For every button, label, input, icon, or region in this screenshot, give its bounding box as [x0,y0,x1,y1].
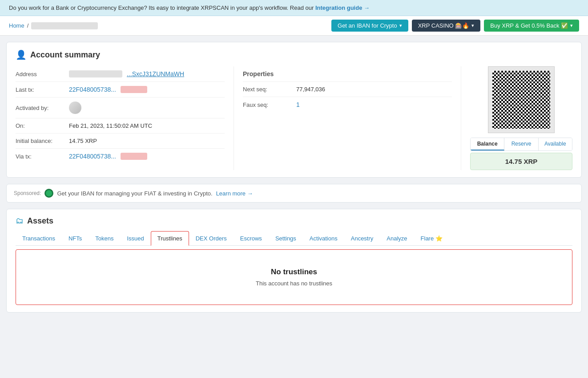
no-trustlines-title: No trustlines [25,268,563,276]
via-tx-redacted [121,153,147,160]
sponsor-bar: Sponsored: Get your IBAN for managing yo… [6,184,582,203]
last-tx-label: Last tx: [16,86,64,93]
account-summary-heading: Account summary [30,50,100,60]
account-summary-grid: Address ...SxcJ31ZUNMaWH Last tx: 22F048… [16,66,572,170]
on-row: On: Feb 21, 2023, 11:50:02 AM UTC [16,118,225,134]
assets-title: 🗂 Assets [16,216,572,226]
tab-nfts[interactable]: NFTs [62,231,89,245]
mid-col: Properties Next seq: 77,947,036 Faux seq… [243,66,461,170]
balance-tabs: Balance Reserve Available [470,138,572,151]
tab-reserve[interactable]: Reserve [504,138,538,150]
via-tx-value[interactable]: 22F048005738... [69,153,116,160]
address-label: Address [16,71,64,77]
left-col: Address ...SxcJ31ZUNMaWH Last tx: 22F048… [16,66,234,170]
right-col: Balance Reserve Available 14.75 XRP [470,66,572,170]
tab-settings[interactable]: Settings [269,231,303,245]
header-bar: Home / Get an IBAN for Crypto XRP CASINO… [0,16,588,36]
header-buttons: Get an IBAN for Crypto XRP CASINO 🎰🔥 Buy… [331,20,579,32]
activated-by-row: Activated by: [16,98,225,118]
account-summary-title: 👤 Account summary [16,49,572,60]
tab-dex-orders[interactable]: DEX Orders [189,231,234,245]
casino-button[interactable]: XRP CASINO 🎰🔥 [412,20,481,32]
faux-seq-value[interactable]: 1 [296,101,300,108]
initial-balance-row: Initial balance: 14.75 XRP [16,134,225,149]
tab-escrows[interactable]: Escrows [234,231,269,245]
next-seq-value: 77,947,036 [296,86,325,93]
address-redacted [69,70,122,77]
assets-heading: Assets [27,216,53,226]
integration-banner: Do you work for a Bank or Cryptocurrency… [0,0,588,16]
sponsor-label: Sponsored: [14,190,41,196]
sponsor-learn-more[interactable]: Learn more → [216,190,253,197]
sponsor-icon [44,189,53,198]
tab-tokens[interactable]: Tokens [89,231,120,245]
qr-code [488,66,555,133]
layers-icon: 🗂 [16,216,24,226]
via-tx-row: Via tx: 22F048005738... [16,149,225,164]
on-label: On: [16,122,64,129]
properties-label: Properties [243,70,292,77]
breadcrumb-home[interactable]: Home [9,22,24,29]
assets-card: 🗂 Assets Transactions NFTs Tokens Issued… [6,209,582,313]
tab-available[interactable]: Available [539,138,572,150]
assets-tabs: Transactions NFTs Tokens Issued Trustlin… [16,231,572,246]
tab-issued[interactable]: Issued [120,231,150,245]
tab-activations[interactable]: Activations [303,231,344,245]
faux-seq-row: Faux seq: 1 [243,97,452,112]
breadcrumb-separator: / [27,22,29,29]
activated-by-label: Activated by: [16,105,64,111]
qr-inner [492,71,550,129]
no-trustlines-box: No trustlines This account has no trustl… [16,249,572,305]
iban-button[interactable]: Get an IBAN for Crypto [331,20,408,32]
tab-transactions[interactable]: Transactions [16,231,62,245]
tab-balance[interactable]: Balance [471,138,504,150]
via-tx-label: Via tx: [16,153,64,160]
on-value: Feb 21, 2023, 11:50:02 AM UTC [69,122,152,129]
last-tx-value[interactable]: 22F048005738... [69,86,116,93]
banner-text: Do you work for a Bank or Cryptocurrency… [9,4,315,11]
breadcrumb-address [31,22,98,29]
initial-balance-value: 14.75 XRP [69,138,97,144]
tab-ancestry[interactable]: Ancestry [344,231,380,245]
breadcrumb: Home / [9,22,98,29]
account-summary-card: 👤 Account summary Address ...SxcJ31ZUNMa… [6,42,582,178]
buy-xrp-button[interactable]: Buy XRP & Get 0.5% Back ✅ [484,20,579,32]
avatar [69,102,81,114]
tab-flare[interactable]: Flare ⭐ [414,231,449,245]
last-tx-row: Last tx: 22F048005738... [16,82,225,98]
address-row: Address ...SxcJ31ZUNMaWH [16,66,225,82]
address-value[interactable]: ...SxcJ31ZUNMaWH [127,70,184,77]
faux-seq-label: Faux seq: [243,102,292,108]
person-icon: 👤 [16,49,27,60]
next-seq-row: Next seq: 77,947,036 [243,82,452,97]
tab-trustlines[interactable]: Trustlines [151,231,189,246]
sponsor-text: Get your IBAN for managing your FIAT & i… [57,190,212,197]
last-tx-redacted [121,86,147,93]
initial-balance-label: Initial balance: [16,138,64,144]
integration-guide-link[interactable]: Integration guide → [315,4,370,11]
next-seq-label: Next seq: [243,86,292,93]
main-content: 👤 Account summary Address ...SxcJ31ZUNMa… [0,36,588,319]
balance-value: 14.75 XRP [470,153,572,170]
tab-analyze[interactable]: Analyze [380,231,414,245]
no-trustlines-sub: This account has no trustlines [25,280,563,287]
properties-header-row: Properties [243,66,452,82]
